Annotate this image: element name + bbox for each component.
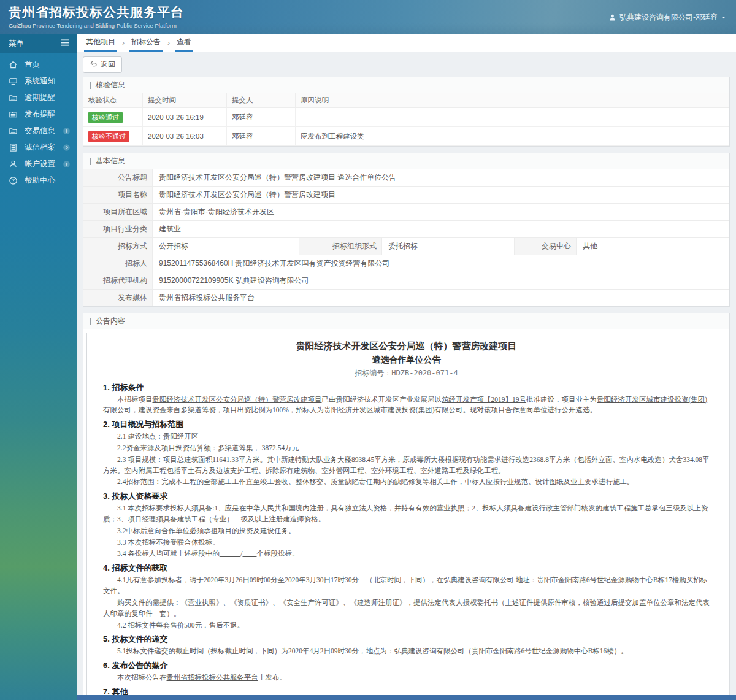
list-icon <box>9 143 18 153</box>
tender-reference-number: 招标编号：HDZB-2020-071-4 <box>103 368 710 379</box>
field-value: 其他 <box>577 238 729 255</box>
breadcrumb: 其他项目›招标公告›查看 <box>77 34 736 52</box>
reason <box>296 108 730 127</box>
field-value: 公开招标 <box>153 238 299 255</box>
text-run: 2.1 建设地点：贵阳经开区 <box>117 433 198 440</box>
back-button[interactable]: 返回 <box>83 56 122 73</box>
section-marker-icon <box>90 158 91 165</box>
field-value: 贵阳经济技术开发区公安分局巡（特）警营房改建项目 遴选合作单位公告 <box>153 169 729 186</box>
field-label: 项目所在区域 <box>83 204 153 220</box>
underlined-text: 多渠道筹资 <box>181 406 217 413</box>
sidebar-item-5[interactable]: 诚信档案 <box>0 139 77 156</box>
underlined-text: 弘典建设咨询有限公司 <box>443 576 516 583</box>
field-pair: 项目行业分类建筑业 <box>83 221 729 237</box>
field-pair: 项目所在区域贵州省-贵阳市-贵阳经济技术开发区 <box>83 204 729 220</box>
paragraph: 本次招标公告在贵州省招标投标公共服务平台上发布。 <box>103 672 710 683</box>
text-run: 3.4 各投标人均可就上述标段中的 <box>117 550 220 557</box>
text-run: 3.2中标后意向合作单位必须承担项目的投资及建设任务。 <box>117 527 295 534</box>
basic-info-title: 基本信息 <box>96 156 125 166</box>
sidebar-menu-header: 菜单 <box>0 34 77 53</box>
document-title: 贵阳经济技术开发区公安分局巡（特）警营房改建项目 <box>103 339 710 353</box>
paragraph: 2.4招标范围：完成本工程的全部施工工作直至竣工验收、整体移交、质量缺陷责任期内… <box>103 477 710 488</box>
verification-panel-header: 核验信息 <box>83 77 729 93</box>
breadcrumb-item-0[interactable]: 其他项目 <box>84 34 117 52</box>
section-marker-icon <box>90 318 91 325</box>
sidebar-item-4[interactable]: 交易信息 <box>0 123 77 139</box>
section-heading: 5. 投标文件的递交 <box>103 634 710 645</box>
back-icon <box>90 60 98 69</box>
column-header: 提交时间 <box>143 93 227 108</box>
user-name: 弘典建设咨询有限公司-邓廷容 <box>619 12 718 23</box>
underlined-text: 2020年3月26日09时00分至2020年3月30日17时30分 <box>204 576 359 583</box>
sidebar-item-7[interactable]: 帮助中心 <box>0 172 77 189</box>
text-run: 上发布。 <box>258 674 286 681</box>
field-value: 贵州省-贵阳市-贵阳经济技术开发区 <box>153 204 729 220</box>
announcement-document: 贵阳经济技术开发区公安分局巡（特）警营房改建项目 遴选合作单位公告 招标编号：H… <box>86 333 726 700</box>
reason: 应发布到工程建设类 <box>296 127 730 146</box>
sidebar-item-2[interactable]: 逾期提醒 <box>0 90 77 106</box>
breadcrumb-item-1[interactable]: 招标公告 <box>129 34 163 52</box>
column-header: 提交人 <box>227 93 296 108</box>
underlined-text <box>220 550 241 557</box>
sidebar-item-3[interactable]: 发布提醒 <box>0 106 77 123</box>
text-run: 2.2资金来源及项目投资估算额：多渠道筹集， 3872.54万元 <box>117 444 299 452</box>
text-run: ，建设资金来自 <box>131 406 181 413</box>
text-run: 购买文件的需提供：《营业执照》、《资质证书》、《安全生产许可证》、《建造师注册证… <box>103 599 710 617</box>
verification-panel: 核验信息 核验状态提交时间提交人原因说明 核验通过2020-03-26 16:1… <box>83 77 730 147</box>
paragraph: 4.2 招标文件每套售价500元，售后不退。 <box>103 620 710 631</box>
table-row: 核验不通过2020-03-26 16:03邓廷容应发布到工程建设类 <box>83 127 729 146</box>
field-pair: 交易中心其他 <box>514 238 729 255</box>
text-run: 4.2 招标文件每套售价500元，售后不退。 <box>117 621 244 629</box>
text-run: ，项目出资比例为 <box>216 406 272 413</box>
field-pair: 招标代理机构91520000722109905K 弘典建设咨询有限公司 <box>83 272 729 289</box>
basic-info-row: 项目所在区域贵州省-贵阳市-贵阳经济技术开发区 <box>83 204 729 221</box>
menu-label: 菜单 <box>9 39 24 49</box>
hamburger-icon[interactable] <box>60 39 69 48</box>
monitor-icon <box>9 77 18 87</box>
document-subtitle: 遴选合作单位公告 <box>103 353 710 366</box>
field-value: 贵阳经济技术开发区公安分局巡（特）警营房改建项目 <box>153 187 729 203</box>
paragraph: 2.3 项目规模：项目总建筑面积11641.33平方米。其中新建特勤大队业务大楼… <box>103 455 710 477</box>
field-pair: 发布媒体贵州省招标投标公共服务平台 <box>83 290 729 306</box>
underlined-text <box>242 550 256 557</box>
sidebar-item-6[interactable]: 帐户设置 <box>0 156 77 172</box>
breadcrumb-item-2[interactable]: 查看 <box>175 34 193 52</box>
paragraph: 本招标项目贵阳经济技术开发区公安分局巡（特）警营房改建项目已由贵阳经济技术开发区… <box>103 394 710 417</box>
text-run: 本次招标公告在 <box>117 674 167 681</box>
sidebar-item-label: 逾期提醒 <box>25 93 71 103</box>
paragraph: 3.2中标后意向合作单位必须承担项目的投资及建设任务。 <box>103 526 710 537</box>
field-label: 招标方式 <box>83 238 153 255</box>
sidebar-item-label: 系统通知 <box>25 76 71 87</box>
chevron-right-icon <box>63 160 71 168</box>
caret-down-icon <box>721 15 726 20</box>
sidebar-item-0[interactable]: 首页 <box>0 56 77 73</box>
text-run: 。现对该项目合作意向单位进行公开遴选。 <box>463 406 597 413</box>
basic-info-row: 公告标题贵阳经济技术开发区公安分局巡（特）警营房改建项目 遴选合作单位公告 <box>83 169 729 187</box>
announcement-panel-header: 公告内容 <box>83 313 729 329</box>
underlined-text: 贵州省招标投标公共服务平台 <box>167 674 259 681</box>
verification-title: 核验信息 <box>96 80 125 90</box>
status-badge: 核验通过 <box>88 112 123 123</box>
text-run: 2.4招标范围：完成本工程的全部施工工作直至竣工验收、整体移交、质量缺陷责任期内… <box>117 478 634 485</box>
field-label: 项目行业分类 <box>83 221 153 237</box>
field-label: 招标组织形式 <box>299 238 382 255</box>
section-heading: 6. 发布公告的媒介 <box>103 660 710 671</box>
sidebar-item-label: 发布提醒 <box>25 109 71 120</box>
text-run: 5.1投标文件递交的截止时间（投标截止时间，下同）为2020年4月2日09时30… <box>117 647 628 655</box>
submit-time: 2020-03-26 16:03 <box>143 127 227 146</box>
text-run: 本招标项目 <box>117 396 153 403</box>
announcement-panel: 公告内容 贵阳经济技术开发区公安分局巡（特）警营房改建项目 遴选合作单位公告 招… <box>83 313 730 700</box>
basic-info-panel: 基本信息 公告标题贵阳经济技术开发区公安分局巡（特）警营房改建项目 遴选合作单位… <box>83 153 730 307</box>
text-run: （北京时间，下同），在 <box>359 576 443 583</box>
user-menu[interactable]: 弘典建设咨询有限公司-邓廷容 <box>608 12 726 23</box>
footer-bar <box>77 695 736 700</box>
field-pair: 招标方式公开招标 <box>83 238 299 255</box>
breadcrumb-separator: › <box>163 35 175 52</box>
section-heading: 2. 项目概况与招标范围 <box>103 419 710 430</box>
sidebar-item-1[interactable]: 系统通知 <box>0 73 77 90</box>
text-run: 2.3 项目规模：项目总建筑面积11641.33平方米。其中新建特勤大队业务大楼… <box>103 456 710 474</box>
field-label: 招标人 <box>83 255 153 272</box>
chevron-right-icon <box>63 127 71 135</box>
column-header: 核验状态 <box>83 93 143 108</box>
text-run: 3.3 本次招标不接受联合体投标。 <box>117 539 220 546</box>
